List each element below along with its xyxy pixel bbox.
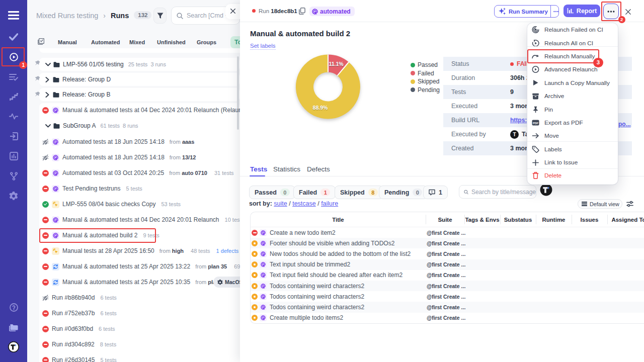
svg-text:PDF: PDF [533,122,539,125]
svg-text:11.1%: 11.1% [329,61,344,67]
svg-text:88.9%: 88.9% [313,105,328,111]
